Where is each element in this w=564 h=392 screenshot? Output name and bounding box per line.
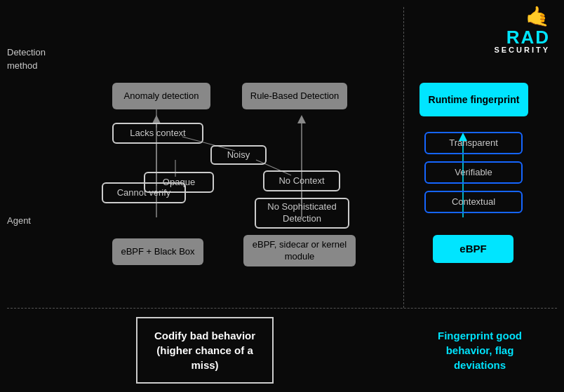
codify-text: Codify bad behavior(higher chance of ami…: [154, 330, 255, 371]
bottom-section: Codify bad behavior(higher chance of ami…: [7, 308, 557, 392]
ebpf-sidecar-box: eBPF, sidecar or kernel module: [243, 235, 356, 266]
lacks-context-box: Lacks context: [112, 123, 203, 144]
no-context-box: No Context: [263, 170, 340, 191]
diagram-area: Anomaly detection Rule-Based Detection R…: [74, 7, 564, 308]
main-container: 🤙 RAD SECURITY Detection method Agent: [0, 0, 564, 392]
transparent-box: Transparent: [424, 132, 523, 154]
bottom-right: Fingerprint goodbehavior, flagdeviations: [403, 309, 557, 392]
verifiable-box: Verifiable: [424, 161, 523, 184]
codify-bad-behavior-box: Codify bad behavior(higher chance of ami…: [136, 317, 274, 384]
ebpf-blackbox-box: eBPF + Black Box: [112, 238, 203, 265]
ebpf-box: eBPF: [433, 235, 513, 263]
vertical-divider: [403, 7, 404, 308]
fingerprint-text: Fingerprint goodbehavior, flagdeviations: [438, 330, 522, 371]
rule-based-detection-box: Rule-Based Detection: [242, 83, 347, 109]
anomaly-detection-box: Anomaly detection: [112, 83, 210, 109]
agent-label: Agent: [7, 214, 31, 227]
cannot-verify-box: Cannot verify: [102, 182, 186, 203]
contextual-box: Contextual: [424, 191, 523, 213]
noisy-box: Noisy: [210, 145, 267, 165]
runtime-fingerprint-box: Runtime fingerprint: [419, 83, 528, 116]
bottom-left: Codify bad behavior(higher chance of ami…: [7, 309, 403, 392]
detection-method-label: Detection method: [7, 46, 74, 72]
no-sophisticated-detection-box: No Sophisticated Detection: [255, 198, 349, 229]
fingerprint-good-behavior-box: Fingerprint goodbehavior, flagdeviations: [438, 328, 522, 372]
